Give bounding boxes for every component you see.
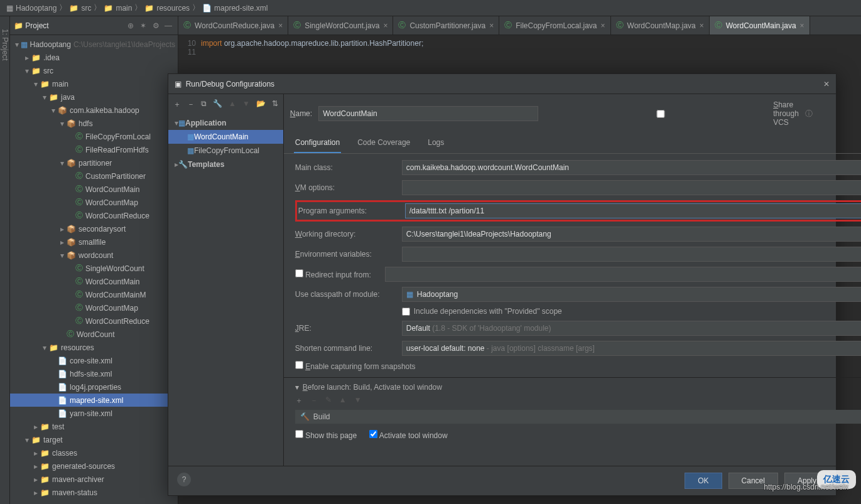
shorten-select[interactable]: user-local default: none - java [options… (402, 341, 861, 356)
tree-item[interactable]: ▾📁main (10, 77, 178, 90)
tree-item[interactable]: ▾📁java (10, 90, 178, 104)
folder-move-icon[interactable]: 📂 (256, 99, 266, 110)
breadcrumb-item[interactable]: main (116, 4, 132, 13)
editor[interactable]: 10import org.apache.hadoop.mapreduce.lib… (178, 35, 861, 60)
tree-item[interactable]: ⒸWordCountReduce (10, 209, 178, 222)
editor-tab[interactable]: ⒸFileCopyFromLocal.java× (499, 16, 610, 35)
tree-item[interactable]: ▸📁generated-sources (10, 459, 178, 473)
program-args-input[interactable] (405, 203, 861, 218)
tree-item[interactable]: 📄hdfs-site.xml (10, 367, 178, 380)
tree-item[interactable]: ▾📁target (10, 433, 178, 446)
remove-icon[interactable]: － (187, 99, 195, 110)
tree-item[interactable]: ⒸWordCountMap (10, 196, 178, 209)
tree-item[interactable]: ⒸWordCountMap (10, 301, 178, 314)
share-vcs-checkbox[interactable] (551, 110, 771, 118)
tree-item[interactable]: ▾📦com.kaikeba.hadoop (10, 104, 178, 117)
wrench-icon[interactable]: 🔧 (213, 99, 222, 110)
redirect-checkbox[interactable] (295, 269, 303, 277)
main-class-input[interactable] (402, 160, 861, 175)
classpath-select[interactable]: ▦Hadooptang (402, 287, 861, 302)
tab-configuration[interactable]: Configuration (294, 133, 341, 153)
tree-item[interactable]: ▾📦partitioner (10, 156, 178, 169)
tree-item[interactable]: ▸📦smallfile (10, 235, 178, 249)
tree-item[interactable]: ▾📁resources (10, 341, 178, 354)
project-tree[interactable]: ▾▦Hadooptang C:\Users\tanglei1\IdeaProje… (10, 35, 178, 504)
tool-window-bar[interactable]: 1: Project (0, 16, 10, 504)
add-icon[interactable]: ＋ (173, 99, 181, 110)
remove-icon[interactable]: － (310, 395, 318, 406)
tree-item[interactable]: 📄yarn-site.xml (10, 407, 178, 420)
tree-item[interactable]: ▸📁maven-status (10, 486, 178, 499)
editor-tab[interactable]: ⒸWordCountMain.java× (710, 16, 810, 35)
tree-item[interactable]: ▸📁test (10, 420, 178, 433)
config-tree-item[interactable]: ▦ WordCountMain (168, 130, 283, 144)
close-tab-icon[interactable]: × (700, 21, 704, 30)
editor-tab[interactable]: ⒸWordCountMap.java× (611, 16, 710, 35)
tab-code-coverage[interactable]: Code Coverage (356, 133, 411, 153)
expand-icon[interactable]: ✶ (138, 20, 149, 31)
collapse-icon[interactable]: — (163, 20, 174, 31)
vm-options-input[interactable] (402, 180, 861, 195)
down-icon[interactable]: ▼ (242, 99, 250, 110)
tree-item[interactable]: ⒸSingleWordCount (10, 262, 178, 275)
close-tab-icon[interactable]: × (601, 21, 605, 30)
working-dir-input[interactable] (402, 227, 861, 242)
tree-item[interactable]: 📄log4j.properties (10, 380, 178, 394)
editor-tab[interactable]: ⒸCustomPartitioner.java× (393, 16, 499, 35)
tree-item[interactable]: ▸📁classes (10, 446, 178, 459)
activate-tool-checkbox[interactable] (369, 430, 377, 438)
close-tab-icon[interactable]: × (800, 21, 804, 30)
copy-icon[interactable]: ⧉ (201, 99, 207, 110)
tree-item[interactable]: ⒸFileCopyFromLocal (10, 130, 178, 143)
tree-item[interactable]: ⒸFileReadFromHdfs (10, 143, 178, 156)
config-tree-item[interactable]: ▸ 🔧 Templates (168, 158, 283, 171)
tree-item[interactable]: ▸📁maven-archiver (10, 473, 178, 486)
tree-item[interactable]: ⒸWordCount (10, 328, 178, 341)
config-tree-item[interactable]: ▦ FileCopyFromLocal (168, 144, 283, 158)
tree-item[interactable]: ▸📁.idea (10, 51, 178, 64)
editor-tab[interactable]: ⒸSingleWordCount.java× (288, 16, 393, 35)
tree-item[interactable]: ⒸWordCountMain (10, 275, 178, 288)
editor-tab[interactable]: ⒸWordCountReduce.java× (178, 16, 288, 35)
editor-tabs[interactable]: ⒸWordCountReduce.java×ⒸSingleWordCount.j… (178, 16, 861, 35)
breadcrumb-item[interactable]: mapred-site.xml (214, 4, 268, 13)
add-icon[interactable]: ＋ (295, 395, 303, 406)
sort-icon[interactable]: ⇅ (272, 99, 278, 110)
tree-item[interactable]: ▾📁src (10, 64, 178, 77)
close-icon[interactable]: ✕ (823, 80, 830, 88)
build-task-row[interactable]: 🔨Build (295, 410, 861, 424)
help-icon[interactable]: ⓘ (805, 109, 813, 119)
tree-item[interactable]: ▸📦secondarysort (10, 222, 178, 235)
ok-button[interactable]: OK (685, 473, 722, 489)
snapshots-checkbox[interactable] (295, 361, 303, 369)
edit-icon[interactable]: ✎ (325, 395, 332, 406)
breadcrumb-item[interactable]: src (81, 4, 91, 13)
name-input[interactable] (318, 106, 538, 121)
up-icon[interactable]: ▲ (229, 99, 236, 110)
tree-item[interactable]: ⒸWordCountMain (10, 183, 178, 196)
tree-item[interactable]: ⒸWordCountMainM (10, 288, 178, 301)
jre-select[interactable]: Default (1.8 - SDK of 'Hadooptang' modul… (402, 321, 861, 336)
tree-item[interactable]: ▾📦hdfs (10, 117, 178, 130)
breadcrumb-item[interactable]: resources (156, 4, 190, 13)
tree-item[interactable]: ⒸWordCountReduce (10, 314, 178, 328)
tree-item[interactable]: ⒸCustomPartitioner (10, 169, 178, 183)
tree-item[interactable]: ▾📦wordcount (10, 249, 178, 262)
close-tab-icon[interactable]: × (489, 21, 494, 30)
close-tab-icon[interactable]: × (383, 21, 387, 30)
tree-item[interactable]: 📄mapred-site.xml (10, 394, 178, 407)
down-icon[interactable]: ▼ (354, 395, 362, 406)
breadcrumb-item[interactable]: Hadooptang (16, 4, 57, 13)
close-tab-icon[interactable]: × (278, 21, 283, 30)
locate-icon[interactable]: ⊕ (125, 20, 136, 31)
tree-item[interactable]: ▾▦Hadooptang C:\Users\tanglei1\IdeaProje… (10, 38, 178, 51)
tree-item[interactable]: 📄core-site.xml (10, 354, 178, 367)
config-tree-item[interactable]: ▾ ▦ Application (168, 116, 283, 130)
help-button[interactable]: ? (177, 473, 191, 486)
env-vars-input[interactable] (402, 247, 861, 262)
up-icon[interactable]: ▲ (339, 395, 347, 406)
tab-logs[interactable]: Logs (426, 133, 445, 153)
chevron-down-icon[interactable]: ▾ (295, 383, 299, 392)
parallel-run-checkbox[interactable] (819, 110, 861, 118)
show-page-checkbox[interactable] (295, 430, 303, 438)
